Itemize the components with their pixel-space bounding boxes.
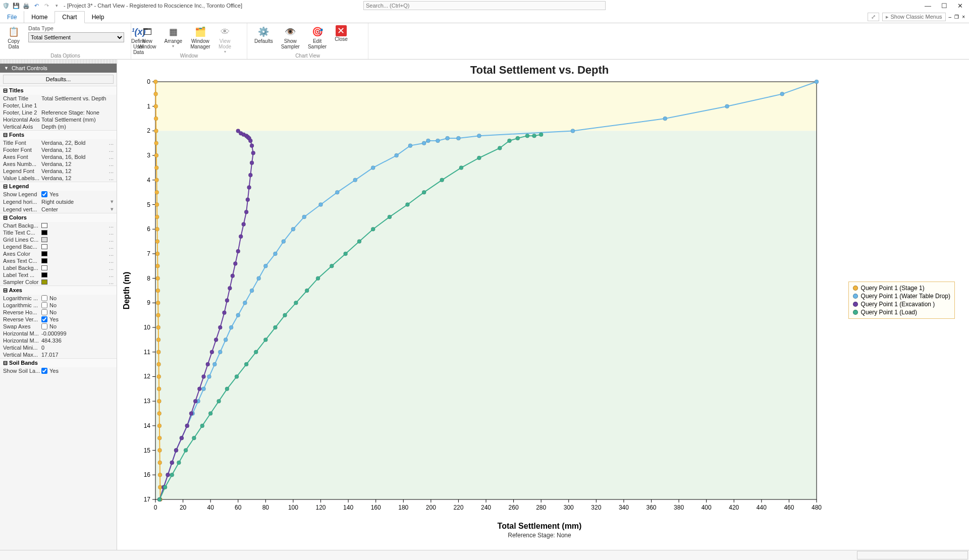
svg-point-153 — [218, 350, 222, 354]
edit-sampler-button[interactable]: 🎯Edit Sampler — [305, 24, 330, 50]
reverse-v-checkbox — [41, 316, 47, 322]
panel-grip[interactable] — [0, 60, 117, 64]
new-window-button[interactable]: 🗔New Window — [135, 24, 159, 55]
svg-rect-0 — [155, 82, 817, 131]
svg-point-141 — [319, 203, 323, 207]
tab-help[interactable]: Help — [85, 11, 112, 23]
section-colors[interactable]: ⊟ Colors — [0, 213, 117, 222]
svg-point-102 — [155, 227, 159, 231]
statusbar — [0, 550, 969, 560]
view-mode-icon: 👁 — [219, 25, 232, 38]
svg-point-224 — [263, 338, 267, 342]
data-type-select[interactable]: Total Settlement — [28, 32, 124, 42]
panel-header[interactable]: ▼Chart Controls — [0, 64, 117, 73]
svg-point-108 — [156, 301, 160, 305]
minimize-icon[interactable]: — — [925, 2, 931, 10]
defaults-button[interactable]: ⚙️Defaults — [251, 24, 276, 50]
svg-point-222 — [283, 313, 287, 317]
mdi-restore-icon[interactable]: ❐ — [954, 14, 959, 20]
svg-text:80: 80 — [262, 504, 270, 511]
svg-point-98 — [154, 178, 158, 182]
section-axes[interactable]: ⊟ Axes — [0, 286, 117, 295]
svg-point-211 — [440, 178, 444, 182]
section-fonts[interactable]: ⊟ Fonts — [0, 130, 117, 139]
mdi-minimize-icon[interactable]: – — [949, 14, 952, 20]
svg-text:60: 60 — [235, 504, 242, 511]
show-sampler-button[interactable]: 👁️Show Sampler — [278, 24, 303, 50]
status-cell — [857, 551, 968, 559]
svg-point-192 — [202, 374, 206, 378]
show-soil-checkbox — [41, 368, 47, 374]
defaults-panel-button[interactable]: Defaults... — [3, 75, 114, 84]
svg-point-210 — [459, 165, 463, 170]
mdi-close-icon[interactable]: × — [962, 14, 965, 20]
svg-text:200: 200 — [426, 504, 436, 511]
close-icon[interactable]: ✕ — [957, 2, 963, 10]
svg-text:15: 15 — [144, 447, 151, 454]
tab-file[interactable]: File — [0, 11, 24, 23]
svg-point-126 — [780, 92, 784, 96]
group-window: Window — [131, 53, 247, 59]
svg-point-116 — [157, 399, 161, 403]
tab-chart[interactable]: Chart — [55, 11, 84, 23]
svg-point-150 — [236, 313, 240, 317]
svg-text:17: 17 — [144, 496, 151, 503]
svg-point-147 — [257, 276, 261, 281]
svg-point-205 — [525, 134, 529, 138]
expand-icon[interactable]: ⤢ — [868, 13, 879, 21]
svg-point-130 — [477, 134, 481, 138]
svg-text:14: 14 — [144, 422, 151, 429]
group-chart-view: Chart View — [247, 53, 368, 59]
svg-point-183 — [233, 261, 237, 265]
svg-text:13: 13 — [144, 398, 151, 405]
reverse-h-checkbox — [41, 309, 47, 315]
svg-text:4: 4 — [147, 177, 150, 184]
close-button[interactable]: ✕Close — [332, 24, 351, 50]
svg-point-128 — [663, 117, 667, 121]
chart-plot[interactable]: 0204060801001201401601802002202402602803… — [120, 79, 948, 518]
search-input[interactable] — [363, 1, 606, 10]
svg-point-180 — [242, 222, 246, 226]
show-classic-menus[interactable]: ▸Show Classic Menus — [882, 13, 946, 21]
arrange-button[interactable]: ▦Arrange▾ — [162, 24, 186, 55]
svg-rect-1 — [155, 131, 817, 499]
svg-point-226 — [244, 362, 248, 366]
svg-text:10: 10 — [144, 324, 151, 331]
section-soil-bands[interactable]: ⊟ Soil Bands — [0, 358, 117, 367]
svg-point-135 — [422, 141, 426, 145]
copy-data-button[interactable]: 📋 Copy Data — [4, 24, 23, 50]
svg-text:1: 1 — [147, 103, 150, 110]
window-manager-button[interactable]: 🗂️Window Manager — [187, 24, 213, 55]
svg-point-101 — [155, 215, 159, 219]
tab-home[interactable]: Home — [24, 11, 55, 23]
svg-point-107 — [156, 289, 160, 293]
section-titles[interactable]: ⊟ Titles — [0, 86, 117, 95]
section-legend[interactable]: ⊟ Legend — [0, 182, 117, 191]
maximize-icon[interactable]: ☐ — [941, 2, 947, 10]
close-x-icon: ✕ — [336, 25, 347, 36]
svg-text:160: 160 — [371, 504, 381, 511]
svg-point-106 — [156, 276, 160, 281]
svg-point-117 — [157, 412, 162, 416]
qat-dropdown-icon[interactable]: ▾ — [52, 2, 61, 10]
edit-sampler-icon: 🎯 — [311, 25, 324, 38]
chart-legend: Query Point 1 (Stage 1)Query Point 1 (Wa… — [848, 282, 955, 319]
svg-point-149 — [243, 301, 247, 305]
svg-point-191 — [206, 362, 210, 366]
svg-point-206 — [516, 136, 520, 140]
svg-point-95 — [154, 141, 158, 145]
view-mode-button[interactable]: 👁View Mode▾ — [216, 24, 235, 55]
undo-icon[interactable]: ↶ — [32, 2, 40, 10]
svg-point-134 — [426, 139, 430, 143]
svg-point-148 — [250, 289, 254, 293]
save-icon[interactable]: 💾 — [12, 2, 20, 10]
app-icon: 🛡️ — [2, 2, 10, 10]
svg-point-136 — [408, 144, 412, 148]
svg-point-233 — [184, 449, 188, 453]
svg-point-219 — [316, 276, 320, 281]
print-icon[interactable]: 🖨️ — [22, 2, 30, 10]
svg-text:420: 420 — [729, 504, 739, 511]
window-title: - [Project 3* - Chart View - Registered … — [64, 3, 242, 9]
redo-icon[interactable]: ↷ — [42, 2, 50, 10]
svg-point-190 — [210, 350, 214, 354]
